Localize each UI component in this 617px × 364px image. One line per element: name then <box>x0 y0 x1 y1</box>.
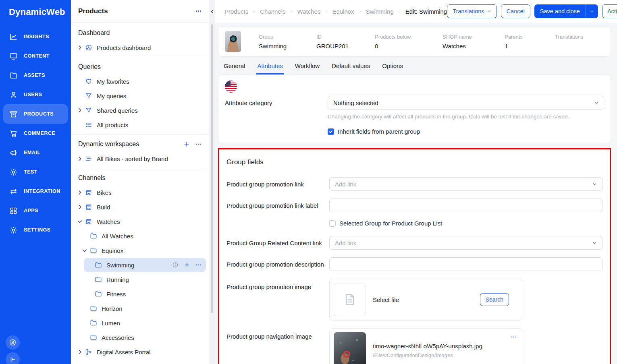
actions-button[interactable]: Actions <box>602 4 617 18</box>
topbar-actions: Translations Cancel Save and close Actio… <box>447 4 617 18</box>
chevron-right-icon[interactable] <box>77 107 83 114</box>
app-window: DynamicWeb INSIGHTSCONTENTASSETSUSERSPRO… <box>0 0 617 364</box>
translations-button[interactable]: Translations <box>447 4 497 18</box>
summary-field-label: ID <box>316 34 375 40</box>
chevron-right-icon[interactable] <box>77 189 83 196</box>
save-dropdown-toggle[interactable] <box>586 9 598 13</box>
chevron-down-icon[interactable] <box>77 218 83 225</box>
promotion-link-label-input[interactable] <box>329 199 602 212</box>
assets-icon <box>9 71 18 80</box>
tree-item-my-queries[interactable]: My queries <box>74 89 206 103</box>
chevron-down-icon <box>590 9 594 13</box>
save-and-close-button[interactable]: Save and close <box>534 4 598 18</box>
promotion-description-input[interactable] <box>329 257 602 271</box>
save-label: Save and close <box>534 8 586 14</box>
chevron-down-icon <box>592 241 597 245</box>
tree-item-all-bikes---sorted-by-brand[interactable]: All Bikes - sorted by Brand <box>74 151 206 166</box>
tree-scrollbar[interactable] <box>211 24 213 313</box>
breadcrumb-link[interactable]: Watches <box>297 8 321 15</box>
tree-item-fitness[interactable]: Fitness <box>84 287 206 301</box>
tab-general[interactable]: General <box>224 62 245 74</box>
promotion-image-row: Product group promotion image Select fil… <box>226 279 602 321</box>
breadcrumb: ProductsChannelsWatchesEquinoxSwimmingEd… <box>224 8 447 15</box>
summary-field-label: Parents <box>505 34 555 40</box>
tree-item-shared-queries[interactable]: Shared queries <box>74 103 206 118</box>
promotion-link-select[interactable]: Add link <box>329 177 602 191</box>
sidebar-item-email[interactable]: EMAIL <box>3 143 68 162</box>
selected-group-checkbox[interactable] <box>329 220 336 227</box>
tree-section-dynamic-workspaces: Dynamic workspaces <box>71 137 209 151</box>
sidebar-item-test[interactable]: TEST <box>3 162 68 182</box>
info-icon[interactable] <box>172 262 179 268</box>
select-value: Nothing selected <box>333 99 378 106</box>
sidebar-item-commerce[interactable]: COMMERCE <box>3 124 68 143</box>
related-content-link-select[interactable]: Add link <box>329 236 602 250</box>
plus-icon[interactable] <box>183 141 190 147</box>
tree-item-watches[interactable]: Watches <box>74 214 206 229</box>
summary-fields: GroupSwimmingIDGROUP201Products below0SH… <box>259 34 603 50</box>
tree-item-label: All products <box>97 122 128 128</box>
chevron-right-icon[interactable] <box>77 349 83 355</box>
sidebar-item-integration[interactable]: INTEGRATION <box>3 182 68 201</box>
tree-item-label: Products dashboard <box>97 44 151 51</box>
collapse-sidebar-button[interactable] <box>6 352 20 364</box>
users-icon <box>9 91 18 99</box>
cancel-button[interactable]: Cancel <box>501 4 530 18</box>
tree-item-all-watches[interactable]: All Watches <box>79 229 206 243</box>
email-icon <box>9 149 18 157</box>
chevron-right-icon[interactable] <box>77 155 83 162</box>
tab-options[interactable]: Options <box>382 62 403 74</box>
tab-default-values[interactable]: Default values <box>332 62 370 74</box>
sidebar-item-apps[interactable]: APPS <box>3 201 68 220</box>
store-icon <box>85 203 92 211</box>
chevron-right-icon[interactable] <box>77 44 83 51</box>
sidebar-item-settings[interactable]: SETTINGS <box>3 220 68 240</box>
sidebar-item-label: ASSETS <box>24 72 45 78</box>
sidebar-item-content[interactable]: CONTENT <box>3 46 68 66</box>
file-icon <box>343 292 357 307</box>
breadcrumb-link[interactable]: Swimming <box>366 8 394 15</box>
tab-bar: GeneralAttributesWorkflowDefault valuesO… <box>218 57 611 74</box>
tree-item-label: Fitness <box>106 291 126 298</box>
panel-menu-dots-icon[interactable] <box>195 8 202 14</box>
sidebar-item-assets[interactable]: ASSETS <box>3 66 68 85</box>
tree-item-build[interactable]: Build <box>74 200 206 214</box>
profile-button[interactable] <box>6 335 20 350</box>
tree-item-products-dashboard[interactable]: Products dashboard <box>74 40 206 55</box>
tree-item-all-products[interactable]: All products <box>74 118 206 132</box>
tree-item-lumen[interactable]: Lumen <box>79 316 206 330</box>
sidebar-item-products[interactable]: PRODUCTS <box>3 104 68 124</box>
tree-item-swimming[interactable]: Swimming <box>84 258 206 272</box>
attribute-category-select[interactable]: Nothing selected <box>328 96 604 110</box>
insights-icon <box>9 33 18 41</box>
tree-item-accessories[interactable]: Accessories <box>79 330 206 345</box>
sidebar-item-users[interactable]: USERS <box>3 85 68 104</box>
chevron-slot <box>86 276 93 283</box>
dots-icon[interactable] <box>195 262 202 268</box>
search-file-button[interactable]: Search <box>480 293 509 306</box>
test-icon <box>9 168 18 176</box>
folder-icon <box>95 276 102 283</box>
breadcrumb-link[interactable]: Channels <box>260 8 285 15</box>
tab-workflow[interactable]: Workflow <box>295 62 320 74</box>
collapse-left-icon <box>9 356 17 363</box>
breadcrumb-link[interactable]: Equinox <box>332 8 354 15</box>
tree-item-horizon[interactable]: Horizon <box>79 301 206 316</box>
dots-icon[interactable] <box>195 141 202 147</box>
tree-divider <box>71 57 209 57</box>
plus-icon[interactable] <box>184 262 190 268</box>
tree-item-my-favorites[interactable]: My favorites <box>74 74 206 89</box>
inherit-fields-checkbox[interactable] <box>328 128 334 135</box>
tree-item-digital-assets-portal[interactable]: Digital Assets Portal <box>74 345 206 359</box>
tab-attributes[interactable]: Attributes <box>257 62 283 74</box>
navigation-image-menu-dots-icon[interactable] <box>511 334 517 340</box>
tree-item-equinox[interactable]: Equinox <box>79 243 206 258</box>
tree-item-bikes[interactable]: Bikes <box>74 185 206 200</box>
collapse-panel-icon[interactable] <box>210 9 214 14</box>
sidebar-item-insights[interactable]: INSIGHTS <box>3 27 68 46</box>
chevron-right-icon[interactable] <box>77 204 83 210</box>
summary-field-label: Products below <box>375 34 442 40</box>
breadcrumb-link[interactable]: Products <box>224 8 248 15</box>
chevron-down-icon[interactable] <box>81 247 88 254</box>
tree-item-running[interactable]: Running <box>84 272 206 287</box>
